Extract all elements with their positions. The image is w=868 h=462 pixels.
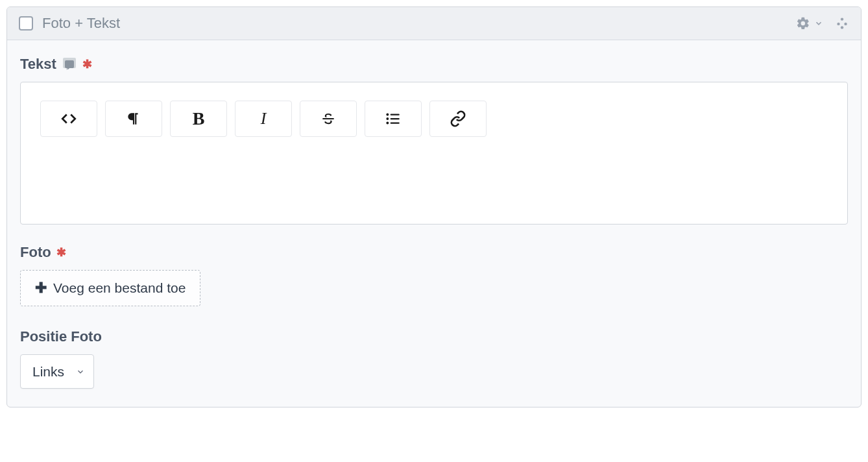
tool-paragraph-button[interactable]: [105, 101, 162, 137]
svg-rect-9: [391, 122, 400, 123]
svg-point-1: [837, 23, 839, 25]
required-indicator: ✱: [82, 57, 92, 71]
panel-header: Foto + Tekst: [7, 7, 861, 40]
svg-point-4: [386, 114, 389, 116]
comment-icon[interactable]: [62, 56, 77, 72]
field-photo-label-row: Foto ✱: [20, 244, 848, 261]
panel-body: Tekst ✱: [7, 40, 861, 407]
add-file-button[interactable]: ✚ Voeg een bestand toe: [20, 270, 200, 306]
svg-point-3: [841, 26, 843, 29]
tool-list-button[interactable]: [365, 101, 422, 137]
link-icon: [450, 110, 466, 127]
field-position-section: Positie Foto Links: [20, 328, 848, 389]
panel-settings-button[interactable]: [796, 16, 823, 30]
field-photo-label: Foto: [20, 244, 51, 261]
rich-text-editor: B I: [20, 82, 848, 225]
tool-bold-button[interactable]: B: [170, 101, 227, 137]
panel-header-left: Foto + Tekst: [19, 15, 796, 32]
field-text-label: Tekst: [20, 56, 56, 73]
field-text-label-row: Tekst ✱: [20, 56, 848, 73]
field-position-label: Positie Foto: [20, 328, 102, 345]
tool-italic-button[interactable]: I: [235, 101, 292, 137]
field-position-label-row: Positie Foto: [20, 328, 848, 345]
tool-strikethrough-button[interactable]: [300, 101, 357, 137]
panel-foto-tekst: Foto + Tekst Tekst: [6, 6, 862, 407]
svg-point-6: [386, 117, 389, 120]
list-icon: [385, 110, 402, 127]
svg-rect-5: [391, 114, 400, 115]
position-select[interactable]: Links: [20, 354, 94, 389]
svg-rect-7: [391, 118, 400, 119]
drag-handle-icon[interactable]: [835, 16, 849, 30]
position-select-wrap: Links: [20, 354, 94, 389]
tool-code-button[interactable]: [40, 101, 97, 137]
required-indicator: ✱: [56, 245, 66, 260]
code-icon: [60, 110, 77, 127]
paragraph-icon: [125, 110, 142, 127]
panel-checkbox[interactable]: [19, 16, 33, 30]
tool-link-button[interactable]: [429, 101, 487, 137]
svg-point-0: [841, 18, 843, 20]
field-photo-section: Foto ✱ ✚ Voeg een bestand toe: [20, 244, 848, 326]
chevron-down-icon: [814, 19, 823, 28]
panel-header-actions: [796, 16, 849, 30]
gear-icon: [796, 16, 810, 30]
panel-title: Foto + Tekst: [42, 15, 120, 32]
editor-content-area[interactable]: [40, 150, 828, 202]
plus-icon: ✚: [35, 280, 47, 297]
strikethrough-icon: [320, 110, 337, 127]
svg-point-2: [844, 23, 847, 25]
editor-toolbar: B I: [40, 101, 828, 137]
svg-point-8: [386, 122, 389, 125]
field-text-section: Tekst ✱: [20, 56, 848, 225]
add-file-label: Voeg een bestand toe: [53, 280, 186, 296]
